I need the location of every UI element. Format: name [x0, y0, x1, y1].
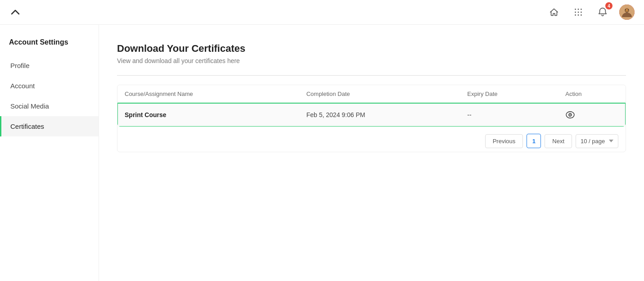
main-layout: Account Settings Profile Account Social … [0, 25, 644, 281]
col-course: Course/Assignment Name [117, 85, 299, 103]
bell-icon [598, 7, 608, 17]
cell-course-name: Sprint Course [117, 103, 299, 127]
logo-area [9, 6, 22, 18]
apps-button[interactable] [570, 4, 586, 20]
sidebar-item-profile[interactable]: Profile [0, 55, 99, 76]
svg-point-2 [581, 9, 582, 10]
sidebar-item-account[interactable]: Account [0, 76, 99, 96]
table-body: Sprint Course Feb 5, 2024 9:06 PM -- [117, 103, 626, 127]
logo-icon [9, 6, 22, 18]
sidebar-title: Account Settings [0, 38, 99, 55]
svg-point-6 [575, 14, 576, 16]
notifications-button[interactable]: 4 [594, 4, 611, 20]
home-button[interactable] [546, 4, 562, 20]
cell-action [558, 103, 626, 127]
svg-point-0 [575, 9, 576, 10]
svg-point-12 [625, 9, 626, 10]
notification-badge: 4 [605, 2, 612, 9]
svg-point-1 [578, 9, 579, 10]
apps-icon [573, 7, 583, 17]
col-completion: Completion Date [299, 85, 460, 103]
svg-point-13 [628, 9, 629, 10]
view-certificate-button[interactable] [565, 111, 618, 118]
cell-completion-date: Feb 5, 2024 9:06 PM [299, 103, 460, 127]
svg-point-3 [575, 12, 576, 13]
per-page-select[interactable]: 10 / page 20 / page 50 / page [576, 134, 618, 148]
svg-point-8 [581, 14, 582, 16]
table-row: Sprint Course Feb 5, 2024 9:06 PM -- [117, 103, 626, 127]
pagination: Previous 1 Next 10 / page 20 / page 50 /… [117, 127, 626, 152]
top-nav-actions: 4 [546, 4, 635, 20]
home-icon [549, 7, 559, 17]
col-expiry: Expiry Date [460, 85, 558, 103]
page-title: Download Your Certificates [117, 43, 626, 54]
avatar [619, 5, 635, 20]
certificates-table: Course/Assignment Name Completion Date E… [117, 85, 626, 127]
svg-point-5 [581, 12, 582, 13]
main-content: Download Your Certificates View and down… [99, 25, 644, 281]
eye-icon [565, 111, 575, 118]
svg-point-16 [570, 114, 571, 116]
sidebar-item-social-media[interactable]: Social Media [0, 96, 99, 116]
page-number-1[interactable]: 1 [527, 134, 541, 148]
user-avatar-button[interactable] [619, 4, 635, 20]
sidebar-item-certificates[interactable]: Certificates [0, 116, 99, 136]
previous-button[interactable]: Previous [485, 134, 523, 148]
col-action: Action [558, 85, 626, 103]
next-button[interactable]: Next [545, 134, 572, 148]
avatar-icon [619, 5, 635, 20]
svg-point-4 [578, 12, 579, 13]
svg-point-7 [578, 14, 579, 16]
divider [117, 75, 626, 76]
sidebar: Account Settings Profile Account Social … [0, 25, 99, 281]
certificates-table-container: Course/Assignment Name Completion Date E… [117, 85, 626, 152]
table-header: Course/Assignment Name Completion Date E… [117, 85, 626, 103]
cell-expiry-date: -- [460, 103, 558, 127]
page-subtitle: View and download all your certificates … [117, 57, 626, 64]
top-nav: 4 [0, 0, 644, 25]
